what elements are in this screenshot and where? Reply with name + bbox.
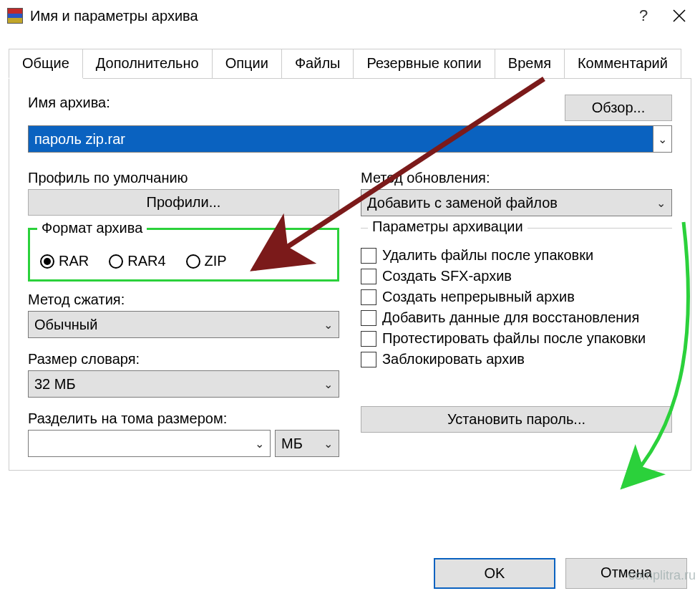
chk-delete-after[interactable]: Удалить файлы после упаковки	[361, 247, 672, 264]
split-size-input[interactable]: ⌄	[28, 430, 271, 457]
checkbox-icon	[361, 289, 376, 305]
params-legend: Параметры архивации	[368, 218, 528, 235]
split-unit-value: МБ	[281, 436, 303, 452]
watermark: complitra.ru	[628, 568, 696, 583]
tab-bar: Общие Дополнительно Опции Файлы Резервны…	[0, 32, 700, 79]
app-icon	[7, 8, 23, 24]
profile-default-label: Профиль по умолчанию	[28, 170, 339, 186]
help-button[interactable]: ?	[626, 0, 661, 32]
chevron-down-icon: ⌄	[324, 318, 333, 332]
archive-name-input[interactable]: пароль zip.rar ⌄	[28, 125, 672, 153]
chevron-down-icon: ⌄	[653, 126, 671, 152]
update-method-select[interactable]: Добавить с заменой файлов ⌄	[361, 189, 672, 216]
radio-zip[interactable]: ZIP	[186, 253, 227, 269]
split-unit-select[interactable]: МБ ⌄	[275, 430, 339, 457]
set-password-button[interactable]: Установить пароль...	[361, 406, 672, 433]
tab-general[interactable]: Общие	[9, 49, 83, 79]
compression-value: Обычный	[34, 317, 97, 333]
chk-test[interactable]: Протестировать файлы после упаковки	[361, 330, 672, 347]
update-method-label: Метод обновления:	[361, 170, 672, 186]
dict-value: 32 МБ	[34, 376, 76, 393]
profiles-button[interactable]: Профили...	[28, 189, 339, 216]
tab-time[interactable]: Время	[495, 49, 565, 79]
compression-label: Метод сжатия:	[28, 292, 339, 308]
tab-backup[interactable]: Резервные копии	[353, 49, 495, 79]
archive-name-label: Имя архива:	[28, 95, 558, 111]
chk-solid[interactable]: Создать непрерывный архив	[361, 289, 672, 305]
checkbox-icon	[361, 310, 376, 326]
chk-recovery[interactable]: Добавить данные для восстановления	[361, 309, 672, 326]
radio-dot-icon	[109, 254, 123, 269]
archive-format-group: Формат архива RAR RAR4 ZIP	[28, 228, 339, 282]
tab-files[interactable]: Файлы	[281, 49, 354, 79]
checkbox-icon	[361, 352, 376, 367]
radio-rar4[interactable]: RAR4	[109, 253, 165, 269]
radio-dot-icon	[40, 254, 54, 269]
dict-label: Размер словаря:	[28, 351, 339, 367]
tab-advanced[interactable]: Дополнительно	[82, 49, 213, 79]
chevron-down-icon: ⌄	[656, 196, 666, 210]
chevron-down-icon: ⌄	[255, 437, 264, 451]
titlebar: Имя и параметры архива ?	[0, 0, 700, 32]
format-legend: Формат архива	[37, 220, 147, 236]
ok-button[interactable]: OK	[434, 558, 555, 589]
checkbox-icon	[361, 331, 376, 347]
checkbox-icon	[361, 248, 376, 264]
checkbox-icon	[361, 269, 376, 284]
archive-name-value: пароль zip.rar	[34, 131, 125, 148]
split-label: Разделить на тома размером:	[28, 410, 339, 427]
archiving-params-group: Параметры архивации Удалить файлы после …	[361, 228, 672, 367]
chevron-down-icon: ⌄	[324, 437, 333, 451]
window-title: Имя и параметры архива	[30, 8, 626, 24]
update-method-value: Добавить с заменой файлов	[367, 195, 558, 211]
chk-sfx[interactable]: Создать SFX-архив	[361, 268, 672, 284]
tab-options[interactable]: Опции	[212, 49, 282, 79]
dict-select[interactable]: 32 МБ ⌄	[28, 370, 339, 398]
general-panel: Имя архива: Обзор... пароль zip.rar ⌄ Пр…	[9, 78, 691, 471]
close-icon	[673, 9, 686, 22]
close-button[interactable]	[661, 0, 697, 32]
browse-button[interactable]: Обзор...	[565, 95, 672, 121]
chevron-down-icon: ⌄	[324, 378, 333, 391]
compression-select[interactable]: Обычный ⌄	[28, 311, 339, 338]
tab-comment[interactable]: Комментарий	[564, 49, 681, 79]
radio-rar[interactable]: RAR	[40, 253, 89, 269]
radio-dot-icon	[186, 254, 200, 269]
chk-lock[interactable]: Заблокировать архив	[361, 351, 672, 367]
